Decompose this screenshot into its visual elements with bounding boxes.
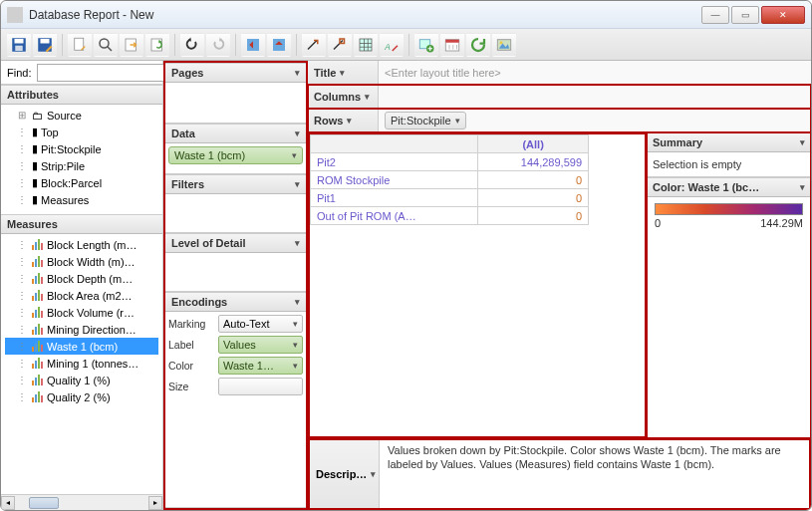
measure-item[interactable]: ⋮Block Volume (r… <box>5 304 158 321</box>
refresh-icon[interactable] <box>466 33 490 57</box>
measure-item[interactable]: ⋮Quality 2 (%) <box>5 388 158 405</box>
svg-rect-9 <box>151 39 162 51</box>
encoding-label-value[interactable]: Values▾ <box>218 336 303 354</box>
save-icon[interactable] <box>7 33 31 57</box>
right-panel: Title▾ <Enter layout title here> Columns… <box>308 61 811 510</box>
redo-icon[interactable] <box>206 33 230 57</box>
measure-item[interactable]: ⋮Block Length (m… <box>5 236 158 253</box>
find-row: Find: <box>1 61 162 85</box>
encodings-shelf: Marking Auto-Text▾ Label Values▾ Color W… <box>165 312 306 398</box>
encoding-marking-label: Marking <box>168 318 214 330</box>
encoding-color-label: Color <box>168 360 214 372</box>
maximize-button[interactable]: ▭ <box>731 6 759 24</box>
svg-rect-22 <box>445 39 459 42</box>
color-legend-header[interactable]: Color: Waste 1 (bc…▾ <box>647 177 811 197</box>
encoding-size-value[interactable] <box>218 378 303 395</box>
data-view[interactable]: (All) Pit2144,289,599ROM Stockpile0Pit10… <box>308 132 647 438</box>
arrow-icon-1[interactable] <box>302 33 326 57</box>
measure-item[interactable]: ⋮Block Depth (m… <box>5 270 158 287</box>
data-shelf[interactable]: Waste 1 (bcm)▾ <box>165 143 306 173</box>
find-input[interactable] <box>37 64 182 82</box>
attributes-header[interactable]: Attributes <box>1 85 162 105</box>
attributes-tree[interactable]: ⊞🗀Source ⋮▮Top ⋮▮Pit:Stockpile ⋮▮Strip:P… <box>1 105 162 214</box>
close-button[interactable]: ✕ <box>761 6 805 24</box>
app-icon <box>7 7 23 23</box>
undo-icon[interactable] <box>180 33 204 57</box>
window-title: Database Report - New <box>29 8 701 22</box>
legend-min: 0 <box>655 217 661 229</box>
image-icon[interactable] <box>492 33 516 57</box>
pages-shelf-header[interactable]: Pages▾ <box>165 63 306 83</box>
measure-item[interactable]: ⋮Quality 1 (%) <box>5 372 158 388</box>
svg-rect-2 <box>15 45 23 50</box>
summary-header[interactable]: Summary▾ <box>647 132 811 152</box>
tree-item: ⋮▮Measures <box>5 191 158 208</box>
pages-shelf[interactable] <box>165 83 306 123</box>
measure-item[interactable]: ⋮Mining Direction… <box>5 321 158 338</box>
find-label: Find: <box>7 67 31 79</box>
tree-item: ⋮▮Pit:Stockpile <box>5 140 158 157</box>
left-panel: Find: Attributes ⊞🗀Source ⋮▮Top ⋮▮Pit:St… <box>1 61 163 510</box>
tree-item: ⋮▮Block:Parcel <box>5 174 158 191</box>
grid-icon[interactable] <box>354 33 378 57</box>
lod-shelf[interactable] <box>165 253 306 291</box>
table-row[interactable]: Pit10 <box>311 189 589 207</box>
export-icon[interactable] <box>120 33 143 57</box>
layout-title-input[interactable]: <Enter layout title here> <box>378 61 811 84</box>
data-shelf-header[interactable]: Data▾ <box>165 124 306 143</box>
measure-item[interactable]: ⋮Block Width (m)… <box>5 253 158 270</box>
svg-point-28 <box>500 41 503 44</box>
columns-shelf[interactable]: Columns▾ <box>308 85 811 109</box>
measures-hscroll[interactable]: ◂ ▸ <box>1 494 162 510</box>
export-green-icon[interactable] <box>145 33 169 57</box>
reverse-row-icon[interactable] <box>241 33 265 57</box>
lod-shelf-header[interactable]: Level of Detail▾ <box>165 233 306 253</box>
tree-item: ⋮▮Top <box>5 124 158 140</box>
calendar-icon[interactable] <box>440 33 464 57</box>
summary-body: Selection is empty <box>647 152 811 176</box>
svg-rect-1 <box>15 39 24 44</box>
table-row[interactable]: ROM Stockpile0 <box>311 171 589 189</box>
save-edit-icon[interactable] <box>33 33 57 57</box>
svg-text:A: A <box>384 42 391 51</box>
measure-item[interactable]: ⋮Block Area (m2… <box>5 287 158 304</box>
reverse-col-icon[interactable] <box>267 33 291 57</box>
rows-pill-pitstockpile[interactable]: Pit:Stockpile▾ <box>385 112 466 129</box>
encoding-color-value[interactable]: Waste 1…▾ <box>218 357 303 375</box>
tree-item: ⊞🗀Source <box>5 107 158 124</box>
measures-tree[interactable]: ⋮Block Length (m…⋮Block Width (m)…⋮Block… <box>1 234 162 494</box>
description-box: Descrip…▾ Values broken down by Pit:Stoc… <box>308 438 811 510</box>
filters-shelf-header[interactable]: Filters▾ <box>165 174 306 194</box>
tree-item: ⋮▮Strip:Pile <box>5 157 158 174</box>
svg-rect-13 <box>360 39 372 51</box>
table-header-all: (All) <box>478 135 589 153</box>
measure-item[interactable]: ⋮Mining 1 (tonnes… <box>5 355 158 372</box>
encoding-label-label: Label <box>168 339 214 351</box>
new-sheet-icon[interactable] <box>68 33 92 57</box>
description-text: Values broken down by Pit:Stockpile. Col… <box>380 440 809 508</box>
arrow-icon-2[interactable] <box>328 33 352 57</box>
svg-line-7 <box>108 46 113 51</box>
table-row[interactable]: Out of Pit ROM (A…0 <box>311 207 589 225</box>
summary-panel: Summary▾ Selection is empty Color: Waste… <box>647 132 811 438</box>
titlebar: Database Report - New — ▭ ✕ <box>1 1 811 29</box>
svg-rect-4 <box>41 39 50 44</box>
zoom-icon[interactable] <box>94 33 118 57</box>
measure-item[interactable]: ⋮Waste 1 (bcm) <box>5 338 158 355</box>
filters-shelf[interactable] <box>165 194 306 232</box>
title-shelf: Title▾ <Enter layout title here> <box>308 61 811 85</box>
encoding-marking-value[interactable]: Auto-Text▾ <box>218 315 303 333</box>
legend-max: 144.29M <box>760 217 803 229</box>
measures-header[interactable]: Measures <box>1 214 162 234</box>
rows-shelf[interactable]: Rows▾ Pit:Stockpile▾ <box>308 109 811 132</box>
encodings-shelf-header[interactable]: Encodings▾ <box>165 292 306 312</box>
minimize-button[interactable]: — <box>701 6 729 24</box>
font-icon[interactable]: A <box>380 33 404 57</box>
toolbar: A <box>1 29 811 61</box>
shelves-panel: Pages▾ Data▾ Waste 1 (bcm)▾ Filters▾ Lev… <box>163 61 308 510</box>
color-gradient <box>655 203 803 215</box>
encoding-size-label: Size <box>168 381 214 392</box>
insert-row-icon[interactable] <box>414 33 438 57</box>
table-row[interactable]: Pit2144,289,599 <box>311 153 589 171</box>
data-pill-waste1[interactable]: Waste 1 (bcm)▾ <box>168 146 303 164</box>
